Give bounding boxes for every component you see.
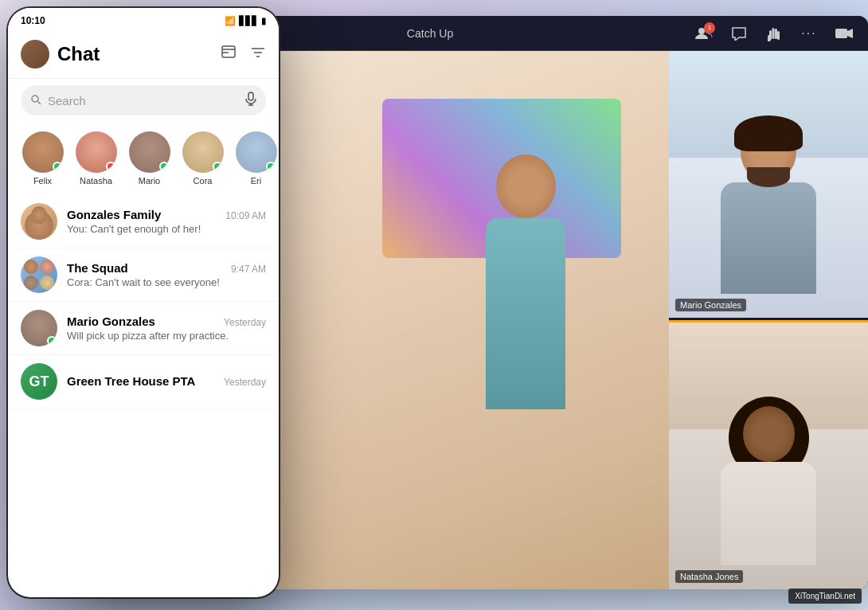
- search-input[interactable]: Search: [48, 94, 239, 108]
- gonzales-row-top: Gonzales Family 10:09 AM: [67, 208, 266, 221]
- video-tile-natasha: Natasha Jones: [669, 320, 868, 589]
- mario-chat-status: [47, 336, 57, 346]
- header-action-icons: [220, 44, 266, 65]
- participants-icon[interactable]: 1: [693, 22, 715, 45]
- svg-rect-5: [777, 31, 780, 40]
- gonzales-info: Gonzales Family 10:09 AM You: Can't get …: [67, 208, 266, 235]
- chat-item-gonzales[interactable]: Gonzales Family 10:09 AM You: Can't get …: [8, 195, 279, 248]
- search-icon: [30, 94, 41, 108]
- mario-name-label: Mario Gonzales: [675, 299, 746, 311]
- watermark: XiTongTianDi.net: [788, 588, 862, 604]
- mario-avatar: [129, 131, 170, 173]
- greentree-initial: GT: [21, 363, 57, 400]
- svg-rect-6: [768, 35, 771, 41]
- cora-avatar: [182, 131, 224, 173]
- squad-info: The Squad 9:47 AM Cora: Can't wait to se…: [67, 261, 266, 288]
- signal-bars: ▋▋▋: [239, 16, 258, 26]
- svg-rect-8: [222, 46, 235, 57]
- greentree-time: Yesterday: [224, 377, 266, 388]
- titlebar-controls: 1 ···: [693, 22, 855, 45]
- squad-row-top: The Squad 9:47 AM: [67, 261, 266, 275]
- cora-status-dot: [213, 162, 222, 171]
- chat-item-mario[interactable]: Mario Gonzales Yesterday Will pick up pi…: [8, 302, 279, 355]
- eri-name: Eri: [251, 176, 261, 186]
- video-tile-mario: Mario Gonzales: [669, 51, 868, 320]
- squad-preview: Cora: Can't wait to see everyone!: [67, 276, 266, 288]
- natasha-avatar: [76, 131, 117, 173]
- status-time: 10:10: [21, 15, 45, 26]
- svg-point-9: [32, 96, 38, 102]
- chat-list: Gonzales Family 10:09 AM You: Can't get …: [8, 195, 279, 409]
- cora-name: Cora: [194, 176, 213, 186]
- mario-status-dot: [159, 162, 169, 171]
- natasha-status-dot: [106, 162, 115, 171]
- eri-avatar: [236, 131, 277, 173]
- phone-overlay: 10:10 📶 ▋▋▋ ▮ Chat: [8, 8, 279, 597]
- mario-contact-name: Mario: [139, 176, 161, 186]
- chat-item-greentree[interactable]: GT Green Tree House PTA Yesterday: [8, 355, 279, 409]
- contact-natasha[interactable]: Natasha: [74, 131, 118, 186]
- greentree-info: Green Tree House PTA Yesterday: [67, 374, 266, 389]
- battery-icon: ▮: [261, 16, 266, 26]
- wifi-icon: 📶: [225, 16, 236, 26]
- contact-eri[interactable]: Eri: [234, 131, 278, 186]
- squad-time: 9:47 AM: [231, 264, 266, 275]
- gonzales-name: Gonzales Family: [67, 208, 161, 221]
- svg-rect-4: [775, 29, 777, 39]
- chat-icon[interactable]: [728, 22, 750, 45]
- mario-chat-time: Yesterday: [224, 317, 266, 328]
- contacts-row: Felix Natasha Mario Cora: [8, 122, 279, 195]
- felix-avatar: [22, 131, 64, 173]
- mario-row-top: Mario Gonzales Yesterday: [67, 315, 266, 328]
- mario-info: Mario Gonzales Yesterday Will pick up pi…: [67, 315, 266, 342]
- mic-icon[interactable]: [245, 92, 256, 109]
- header-left: Chat: [21, 40, 100, 68]
- phone-app-header: Chat: [8, 33, 279, 79]
- gonzales-avatar: [21, 203, 57, 240]
- search-bar[interactable]: Search: [21, 85, 266, 115]
- more-options-icon[interactable]: ···: [798, 22, 820, 45]
- filter-icon[interactable]: [250, 45, 266, 65]
- greentree-row-top: Green Tree House PTA Yesterday: [67, 374, 266, 388]
- raise-hand-icon[interactable]: [763, 22, 785, 45]
- phone-statusbar: 10:10 📶 ▋▋▋ ▮: [8, 8, 279, 33]
- contact-cora[interactable]: Cora: [181, 131, 225, 186]
- svg-rect-11: [248, 92, 253, 100]
- person-child: [462, 154, 589, 537]
- squad-name: The Squad: [67, 261, 128, 275]
- greentree-name: Green Tree House PTA: [67, 374, 195, 388]
- video-grid: Mario Gonzales Natasha Jone: [669, 51, 868, 589]
- user-avatar[interactable]: [21, 40, 49, 68]
- titlebar-title: Catch Up: [407, 27, 453, 40]
- eri-status-dot: [266, 162, 276, 171]
- natasha-name-label: Natasha Jones: [675, 570, 743, 583]
- mario-chat-name: Mario Gonzales: [67, 315, 155, 328]
- status-icons: 📶 ▋▋▋ ▮: [225, 16, 266, 26]
- camera-icon[interactable]: [833, 22, 855, 45]
- contact-mario[interactable]: Mario: [127, 131, 171, 186]
- natasha-name: Natasha: [80, 176, 112, 186]
- mario-preview: Will pick up pizza after my practice.: [67, 330, 266, 342]
- gonzales-time: 10:09 AM: [225, 210, 266, 221]
- svg-rect-7: [835, 29, 847, 38]
- greentree-avatar: GT: [21, 363, 57, 400]
- chat-item-squad[interactable]: The Squad 9:47 AM Cora: Can't wait to se…: [8, 248, 279, 302]
- felix-name: Felix: [33, 176, 52, 186]
- gonzales-preview: You: Can't get enough of her!: [67, 223, 266, 235]
- svg-line-10: [38, 101, 41, 104]
- mario-chat-avatar: [21, 310, 57, 346]
- compose-icon[interactable]: [220, 44, 237, 65]
- contact-felix[interactable]: Felix: [21, 131, 65, 186]
- watermark-text: XiTongTianDi.net: [795, 592, 855, 600]
- svg-rect-3: [772, 28, 775, 39]
- felix-status-dot: [53, 162, 62, 171]
- squad-avatar: [21, 256, 57, 293]
- chat-app-title: Chat: [57, 43, 100, 65]
- notification-badge: 1: [704, 22, 715, 33]
